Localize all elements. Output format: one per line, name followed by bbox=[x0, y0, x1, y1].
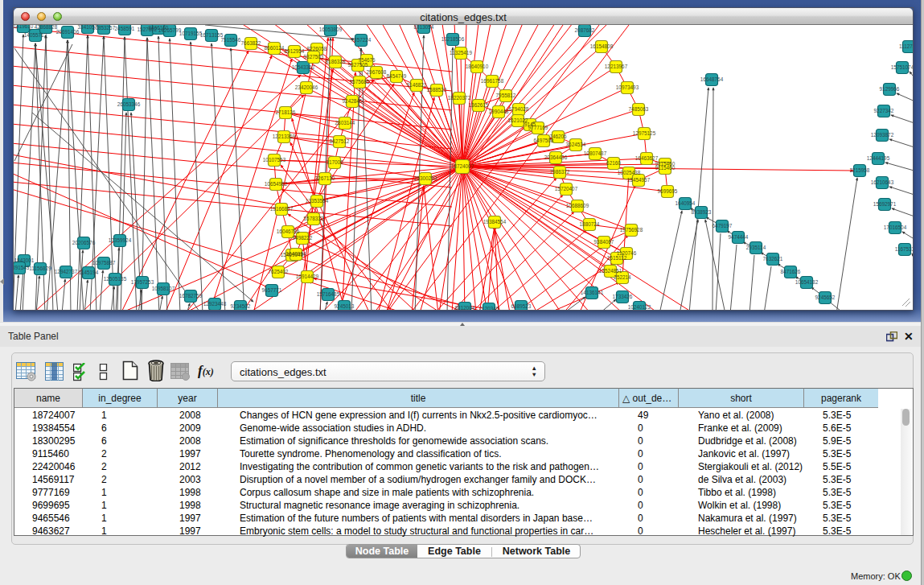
svg-text:10543362: 10543362 bbox=[292, 64, 315, 70]
svg-text:26053346: 26053346 bbox=[117, 101, 141, 107]
svg-text:5578332: 5578332 bbox=[304, 216, 324, 221]
svg-text:11156829: 11156829 bbox=[29, 266, 51, 271]
svg-text:2718126: 2718126 bbox=[276, 109, 296, 115]
svg-text:16053809: 16053809 bbox=[319, 27, 343, 32]
svg-text:62160: 62160 bbox=[606, 160, 621, 166]
svg-text:7120345: 7120345 bbox=[479, 306, 499, 310]
svg-text:12213369: 12213369 bbox=[273, 134, 296, 139]
svg-text:1640954: 1640954 bbox=[676, 200, 696, 206]
svg-text:7663822: 7663822 bbox=[241, 40, 261, 46]
svg-text:2803144: 2803144 bbox=[335, 120, 355, 126]
svg-text:10107553: 10107553 bbox=[263, 157, 286, 163]
svg-text:1891543: 1891543 bbox=[14, 265, 30, 270]
svg-text:9327503: 9327503 bbox=[304, 54, 324, 60]
svg-text:8226058: 8226058 bbox=[307, 46, 327, 51]
svg-text:18640910: 18640910 bbox=[466, 64, 489, 69]
svg-text:746206: 746206 bbox=[549, 134, 567, 139]
svg-text:9146821: 9146821 bbox=[407, 82, 427, 88]
svg-text:15720407: 15720407 bbox=[555, 186, 578, 192]
svg-text:9242845: 9242845 bbox=[343, 98, 363, 104]
svg-text:7485063: 7485063 bbox=[629, 106, 649, 112]
svg-text:9384067: 9384067 bbox=[594, 239, 614, 245]
svg-text:18724007: 18724007 bbox=[451, 163, 474, 169]
svg-text:17957253: 17957253 bbox=[131, 279, 154, 285]
svg-text:14265799: 14265799 bbox=[158, 27, 182, 33]
svg-text:1419610: 1419610 bbox=[14, 25, 34, 29]
svg-text:15692971: 15692971 bbox=[873, 201, 897, 207]
svg-text:1990448: 1990448 bbox=[489, 109, 509, 114]
svg-text:12213967: 12213967 bbox=[605, 64, 628, 69]
svg-text:13524851: 13524851 bbox=[599, 268, 622, 274]
svg-text:9227342: 9227342 bbox=[874, 108, 894, 113]
svg-text:12975125: 12975125 bbox=[633, 130, 656, 136]
svg-text:15751074: 15751074 bbox=[891, 64, 913, 70]
svg-text:25300293: 25300293 bbox=[414, 175, 437, 181]
svg-text:2967608: 2967608 bbox=[367, 69, 387, 75]
svg-text:19166857: 19166857 bbox=[270, 206, 294, 212]
svg-text:12444195: 12444195 bbox=[867, 155, 890, 161]
svg-text:2935114: 2935114 bbox=[746, 245, 766, 250]
svg-text:10807487: 10807487 bbox=[584, 150, 607, 156]
svg-text:1167533: 1167533 bbox=[895, 246, 913, 252]
svg-text:10719155: 10719155 bbox=[179, 31, 203, 36]
svg-text:16782759: 16782759 bbox=[179, 293, 203, 299]
svg-text:8471626: 8471626 bbox=[781, 269, 801, 274]
svg-text:10688609: 10688609 bbox=[566, 203, 589, 208]
svg-text:18220372: 18220372 bbox=[448, 95, 471, 101]
svg-text:14136141: 14136141 bbox=[581, 290, 604, 295]
svg-text:1145194: 1145194 bbox=[79, 270, 99, 275]
svg-text:8427512: 8427512 bbox=[330, 138, 350, 144]
svg-text:8454749: 8454749 bbox=[387, 73, 407, 79]
svg-text:9498222: 9498222 bbox=[293, 235, 313, 241]
svg-text:2087682: 2087682 bbox=[575, 27, 595, 33]
svg-text:317006: 317006 bbox=[326, 159, 343, 165]
svg-text:3267130: 3267130 bbox=[315, 175, 335, 181]
svg-text:8186328: 8186328 bbox=[326, 59, 346, 64]
svg-text:16463627: 16463627 bbox=[635, 155, 659, 161]
svg-text:16154808: 16154808 bbox=[590, 43, 614, 49]
svg-text:10853257: 10853257 bbox=[92, 25, 116, 31]
svg-text:10958107: 10958107 bbox=[152, 286, 175, 291]
svg-text:19218506: 19218506 bbox=[441, 36, 465, 42]
svg-text:19384554: 19384554 bbox=[483, 219, 507, 225]
svg-text:14055712: 14055712 bbox=[24, 32, 47, 38]
svg-text:1588520: 1588520 bbox=[427, 87, 447, 93]
svg-text:754676: 754676 bbox=[358, 57, 376, 63]
svg-text:12923448: 12923448 bbox=[203, 301, 227, 307]
svg-text:20364436: 20364436 bbox=[544, 154, 568, 160]
svg-text:10973493: 10973493 bbox=[616, 84, 639, 90]
svg-text:1112784: 1112784 bbox=[899, 43, 913, 49]
svg-text:7986372: 7986372 bbox=[550, 169, 570, 175]
svg-text:2458591: 2458591 bbox=[115, 26, 135, 31]
svg-text:19756928: 19756928 bbox=[620, 227, 643, 233]
svg-text:12942737: 12942737 bbox=[55, 269, 78, 274]
svg-text:1843001: 1843001 bbox=[14, 257, 35, 263]
svg-text:10240122: 10240122 bbox=[628, 304, 651, 310]
svg-text:6479197: 6479197 bbox=[713, 223, 733, 229]
svg-text:16046786: 16046786 bbox=[277, 229, 300, 234]
svg-text:8813054: 8813054 bbox=[414, 25, 434, 30]
svg-text:9327505: 9327505 bbox=[348, 62, 368, 68]
svg-text:16648764: 16648764 bbox=[700, 76, 724, 82]
svg-text:8812004: 8812004 bbox=[455, 305, 475, 310]
svg-text:7625402: 7625402 bbox=[269, 269, 289, 274]
svg-text:16961758: 16961758 bbox=[481, 78, 504, 84]
svg-text:9474444: 9474444 bbox=[729, 234, 749, 240]
svg-text:8938923: 8938923 bbox=[692, 209, 712, 215]
svg-text:9575685: 9575685 bbox=[350, 79, 370, 84]
svg-text:42868828: 42868828 bbox=[35, 25, 58, 30]
svg-text:10025438: 10025438 bbox=[618, 170, 641, 175]
svg-text:9245652: 9245652 bbox=[815, 295, 836, 300]
svg-text:10654182: 10654182 bbox=[795, 279, 819, 285]
svg-text:16210643: 16210643 bbox=[871, 179, 894, 185]
svg-text:9234502: 9234502 bbox=[231, 303, 251, 309]
svg-text:1640994: 1640994 bbox=[286, 251, 306, 257]
svg-text:7632621: 7632621 bbox=[763, 256, 783, 262]
svg-text:16914429: 16914429 bbox=[296, 274, 319, 279]
svg-text:1733426: 1733426 bbox=[613, 294, 633, 299]
svg-text:3624534: 3624534 bbox=[566, 142, 586, 147]
svg-text:11325419: 11325419 bbox=[450, 50, 472, 56]
svg-text:1615112: 1615112 bbox=[607, 255, 627, 261]
svg-text:10975887: 10975887 bbox=[92, 260, 116, 266]
svg-text:6794028: 6794028 bbox=[509, 106, 529, 112]
